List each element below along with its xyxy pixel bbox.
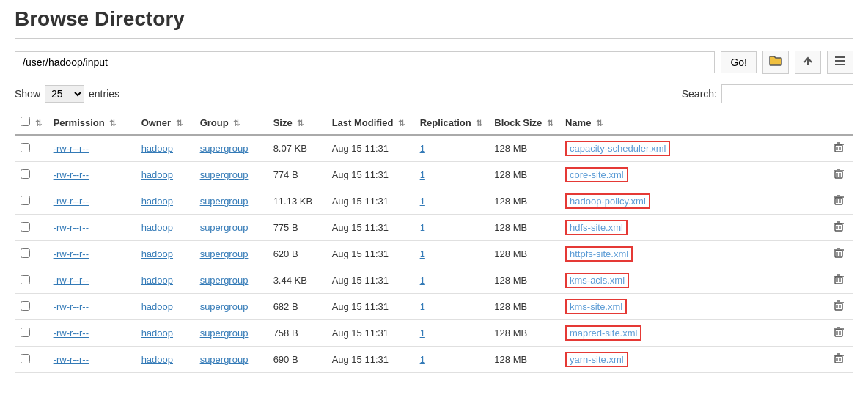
row-checkbox-5[interactable] — [21, 275, 30, 284]
file-link-2[interactable]: hadoop-policy.xml — [570, 196, 646, 207]
row-owner: hadoop — [136, 241, 194, 267]
delete-icon-8[interactable] — [833, 355, 845, 366]
delete-icon-0[interactable] — [833, 144, 845, 155]
menu-button[interactable] — [827, 51, 853, 74]
delete-icon-1[interactable] — [833, 170, 845, 182]
row-replication: 1 — [414, 347, 489, 373]
replication-link-3[interactable]: 1 — [420, 222, 425, 233]
col-header-blocksize[interactable]: Block Size ⇅ — [488, 111, 559, 135]
row-checkbox-0[interactable] — [21, 143, 30, 152]
replication-link-4[interactable]: 1 — [420, 248, 425, 259]
owner-link-2[interactable]: hadoop — [141, 196, 173, 207]
file-link-0[interactable]: capacity-scheduler.xml — [570, 143, 666, 154]
delete-icon-3[interactable] — [833, 223, 845, 234]
row-blocksize: 128 MB — [488, 294, 559, 320]
replication-link-2[interactable]: 1 — [420, 196, 425, 207]
col-header-group[interactable]: Group ⇅ — [194, 111, 268, 135]
row-checkbox-2[interactable] — [21, 196, 30, 205]
file-link-4[interactable]: httpfs-site.xml — [570, 248, 628, 259]
col-header-size[interactable]: Size ⇅ — [268, 111, 326, 135]
file-link-8[interactable]: yarn-site.xml — [570, 354, 624, 365]
owner-link-1[interactable]: hadoop — [141, 169, 173, 180]
col-header-replication[interactable]: Replication ⇅ — [414, 111, 489, 135]
row-checkbox-4[interactable] — [21, 248, 30, 258]
row-checkbox-7[interactable] — [21, 328, 30, 337]
file-link-1[interactable]: core-site.xml — [570, 169, 624, 180]
row-permission: -rw-r--r-- — [48, 241, 136, 267]
row-checkbox-1[interactable] — [21, 169, 30, 179]
svg-rect-14 — [835, 198, 842, 204]
delete-icon-2[interactable] — [833, 196, 845, 208]
group-link-3[interactable]: supergroup — [200, 222, 249, 233]
permission-link-4[interactable]: -rw-r--r-- — [54, 248, 89, 259]
owner-link-7[interactable]: hadoop — [141, 328, 173, 339]
delete-icon-6[interactable] — [833, 302, 845, 314]
col-header-modified[interactable]: Last Modified ⇅ — [326, 111, 414, 135]
owner-link-8[interactable]: hadoop — [141, 354, 173, 365]
col-header-permission[interactable]: Permission ⇅ — [48, 111, 136, 135]
owner-link-0[interactable]: hadoop — [141, 143, 173, 154]
permission-link-0[interactable]: -rw-r--r-- — [54, 143, 89, 154]
row-group: supergroup — [194, 215, 268, 241]
replication-link-0[interactable]: 1 — [420, 143, 425, 154]
group-link-6[interactable]: supergroup — [200, 301, 249, 312]
replication-link-1[interactable]: 1 — [420, 169, 425, 180]
permission-link-5[interactable]: -rw-r--r-- — [54, 275, 89, 286]
menu-icon — [834, 56, 846, 69]
group-link-7[interactable]: supergroup — [200, 328, 249, 339]
group-link-0[interactable]: supergroup — [200, 143, 249, 154]
permission-link-3[interactable]: -rw-r--r-- — [54, 222, 89, 233]
row-modified: Aug 15 11:31 — [326, 294, 414, 320]
file-link-3[interactable]: hdfs-site.xml — [570, 222, 623, 233]
row-checkbox-6[interactable] — [21, 301, 30, 311]
row-owner: hadoop — [136, 320, 194, 347]
up-button[interactable] — [795, 51, 821, 74]
delete-icon-7[interactable] — [833, 328, 845, 340]
row-checkbox-8[interactable] — [21, 354, 30, 363]
row-name: hadoop-policy.xml — [559, 188, 827, 215]
row-checkbox-3[interactable] — [21, 222, 30, 232]
replication-link-7[interactable]: 1 — [420, 328, 425, 339]
folder-button[interactable] — [762, 51, 789, 74]
permission-link-2[interactable]: -rw-r--r-- — [54, 196, 89, 207]
permission-link-7[interactable]: -rw-r--r-- — [54, 328, 89, 339]
table-row: -rw-r--r-- hadoop supergroup 11.13 KB Au… — [15, 188, 853, 215]
row-replication: 1 — [414, 267, 489, 294]
group-link-2[interactable]: supergroup — [200, 196, 249, 207]
owner-link-4[interactable]: hadoop — [141, 248, 173, 259]
path-input[interactable] — [15, 51, 715, 73]
col-header-name[interactable]: Name ⇅ — [559, 111, 827, 135]
col-header-owner[interactable]: Owner ⇅ — [136, 111, 194, 135]
file-link-6[interactable]: kms-site.xml — [570, 301, 622, 312]
replication-link-8[interactable]: 1 — [420, 354, 425, 365]
name-border-box: core-site.xml — [565, 167, 628, 182]
group-link-5[interactable]: supergroup — [200, 275, 249, 286]
delete-icon-5[interactable] — [833, 276, 845, 287]
owner-link-3[interactable]: hadoop — [141, 222, 173, 233]
search-input[interactable] — [721, 84, 853, 103]
group-link-8[interactable]: supergroup — [200, 354, 249, 365]
entries-select[interactable]: 10 25 50 100 — [45, 85, 84, 103]
row-delete — [827, 162, 853, 188]
permission-link-6[interactable]: -rw-r--r-- — [54, 301, 89, 312]
row-name: kms-acls.xml — [559, 267, 827, 294]
row-modified: Aug 15 11:31 — [326, 320, 414, 347]
owner-link-5[interactable]: hadoop — [141, 275, 173, 286]
row-name: kms-site.xml — [559, 294, 827, 320]
row-checkbox-cell — [15, 241, 48, 267]
row-size: 620 B — [268, 241, 326, 267]
permission-link-8[interactable]: -rw-r--r-- — [54, 354, 89, 365]
file-link-5[interactable]: kms-acls.xml — [570, 275, 625, 286]
group-link-1[interactable]: supergroup — [200, 169, 249, 180]
sort-icon-group: ⇅ — [233, 119, 240, 127]
owner-link-6[interactable]: hadoop — [141, 301, 173, 312]
replication-link-5[interactable]: 1 — [420, 275, 425, 286]
delete-icon-4[interactable] — [833, 249, 845, 261]
go-button[interactable]: Go! — [721, 51, 757, 73]
toolbar: Go! — [15, 51, 853, 74]
group-link-4[interactable]: supergroup — [200, 248, 249, 259]
select-all-checkbox[interactable] — [21, 117, 30, 126]
replication-link-6[interactable]: 1 — [420, 301, 425, 312]
permission-link-1[interactable]: -rw-r--r-- — [54, 169, 89, 180]
file-link-7[interactable]: mapred-site.xml — [570, 328, 637, 339]
